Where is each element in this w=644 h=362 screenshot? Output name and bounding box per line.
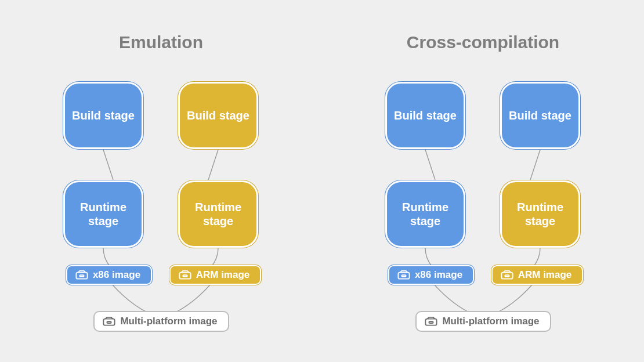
svg-rect-11	[429, 321, 433, 323]
disk-icon	[75, 270, 88, 280]
emulation-x86-image-pill: x86 image	[66, 265, 153, 285]
svg-rect-7	[401, 275, 406, 277]
pill-label: x86 image	[415, 269, 462, 281]
pill-label: x86 image	[93, 269, 140, 281]
pill-label: ARM image	[518, 269, 572, 281]
svg-rect-1	[79, 275, 84, 277]
box-label: Runtime stage	[178, 200, 258, 228]
emulation-build-right-box: Build stage	[178, 81, 259, 150]
svg-rect-9	[505, 275, 509, 277]
cross-multi-platform-pill: Multi-platform image	[415, 311, 551, 332]
cross-runtime-right-box: Runtime stage	[500, 180, 581, 248]
box-label: Runtime stage	[63, 200, 143, 228]
emulation-multi-platform-pill: Multi-platform image	[93, 311, 229, 332]
emulation-connectors	[0, 0, 322, 362]
disk-icon	[397, 270, 410, 280]
box-label: Build stage	[389, 108, 461, 122]
disk-icon	[425, 317, 437, 326]
cross-build-left-box: Build stage	[385, 81, 466, 150]
cross-build-right-box: Build stage	[500, 81, 581, 150]
pill-label: Multi-platform image	[442, 316, 539, 327]
disk-icon	[501, 270, 513, 280]
pill-label: Multi-platform image	[120, 316, 217, 327]
emulation-runtime-left-box: Runtime stage	[63, 180, 144, 248]
svg-rect-10	[426, 319, 437, 325]
emulation-arm-image-pill: ARM image	[169, 265, 262, 285]
cross-compilation-connectors	[322, 0, 644, 362]
box-label: Runtime stage	[385, 200, 465, 228]
disk-icon	[179, 270, 191, 280]
svg-rect-3	[183, 275, 187, 277]
disk-icon	[103, 317, 115, 326]
emulation-title: Emulation	[0, 32, 322, 52]
cross-compilation-title: Cross-compilation	[322, 32, 644, 52]
svg-rect-5	[107, 321, 111, 323]
box-label: Build stage	[504, 108, 576, 122]
cross-runtime-left-box: Runtime stage	[385, 180, 466, 248]
pill-label: ARM image	[196, 269, 250, 281]
cross-compilation-panel: Cross-compilation Build stage Build stag…	[322, 0, 644, 362]
svg-rect-4	[104, 319, 115, 325]
cross-arm-image-pill: ARM image	[491, 265, 584, 285]
box-label: Runtime stage	[500, 200, 580, 228]
box-label: Build stage	[182, 108, 254, 122]
emulation-panel: Emulation Build stage Build stage Runtim…	[0, 0, 322, 362]
emulation-build-left-box: Build stage	[63, 81, 144, 150]
box-label: Build stage	[67, 108, 139, 122]
cross-x86-image-pill: x86 image	[388, 265, 475, 285]
emulation-runtime-right-box: Runtime stage	[178, 180, 259, 248]
